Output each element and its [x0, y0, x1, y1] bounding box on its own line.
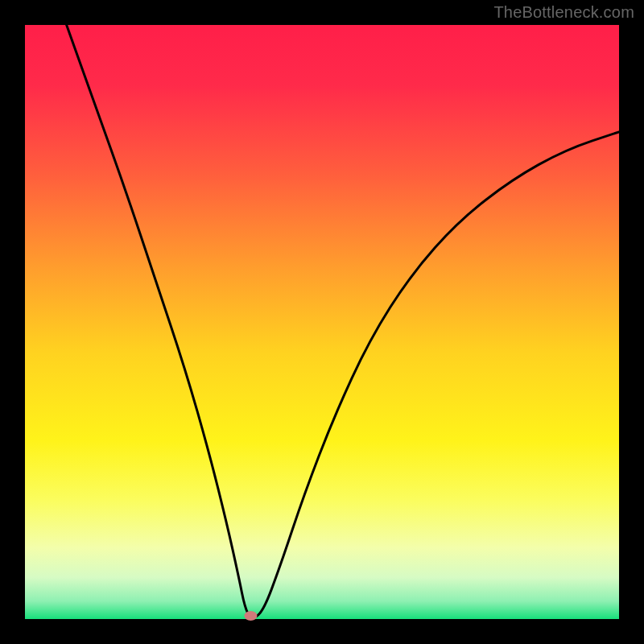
chart-gradient-bg	[25, 25, 619, 619]
chart-container: TheBottleneck.com	[0, 0, 644, 644]
optimal-point-marker	[244, 611, 257, 621]
watermark-text: TheBottleneck.com	[493, 3, 634, 22]
bottleneck-chart	[0, 0, 644, 644]
